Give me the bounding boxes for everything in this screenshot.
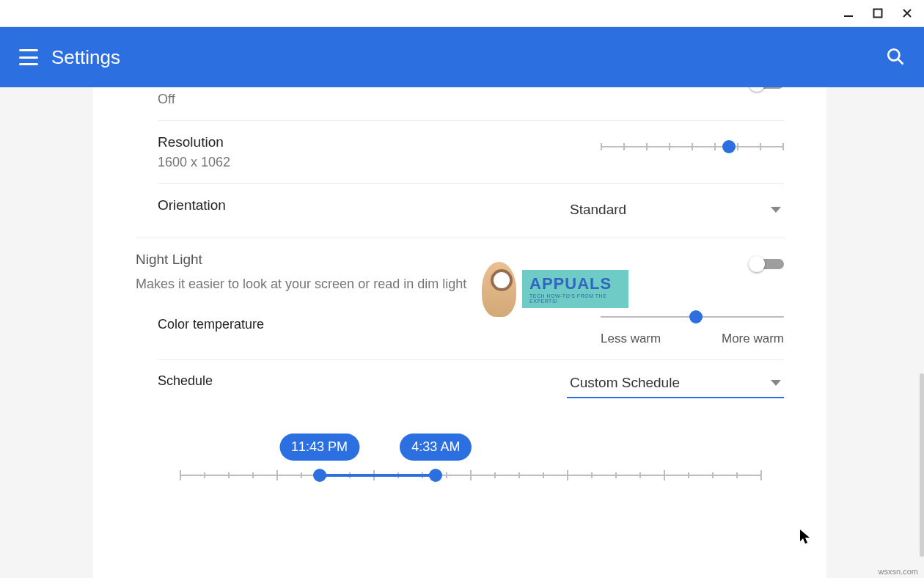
scrollbar[interactable] [920,373,924,557]
window-close-button[interactable] [901,7,914,20]
settings-panel: . Off Resolution 1600 x 1062 [93,87,826,578]
orientation-value: Standard [570,202,626,218]
night-light-description: Makes it easier to look at your screen o… [136,277,727,292]
display-unknown-toggle-row: . Off [136,87,784,120]
window-minimize-button[interactable] [842,7,855,20]
chevron-down-icon [771,380,781,386]
page-title: Settings [51,46,886,69]
night-light-title: Night Light [136,252,727,268]
orientation-dropdown[interactable]: Standard [567,200,784,224]
hidden-setting-toggle[interactable] [749,87,784,92]
svg-rect-1 [874,10,882,18]
color-temperature-row: Color temperature Less warm More warm [136,296,784,359]
menu-icon[interactable] [19,49,38,65]
schedule-label: Schedule [158,373,213,389]
color-temperature-slider[interactable] [601,310,784,324]
resolution-label: Resolution [158,134,579,150]
schedule-row: Schedule Custom Schedule [136,360,784,411]
resolution-slider[interactable] [601,139,784,154]
night-light-section: Night Light Makes it easier to look at y… [136,238,784,296]
app-header: Settings [0,27,924,87]
search-icon[interactable] [886,47,905,68]
more-warm-label: More warm [722,332,784,346]
schedule-start-handle[interactable] [313,469,326,482]
schedule-dropdown[interactable]: Custom Schedule [567,373,784,398]
resolution-row: Resolution 1600 x 1062 [136,121,784,183]
window-maximize-button[interactable] [871,7,884,20]
less-warm-label: Less warm [601,332,661,346]
schedule-start-bubble: 11:43 PM [279,434,359,461]
schedule-value: Custom Schedule [570,375,680,391]
source-site-label: wsxsn.com [879,567,918,576]
schedule-time-range[interactable]: 11:43 PM 4:33 AM [158,434,784,492]
orientation-label: Orientation [158,197,545,213]
hidden-setting-value: Off [158,92,727,107]
chevron-down-icon [771,207,781,213]
mouse-cursor-icon [799,529,811,545]
schedule-end-bubble: 4:33 AM [400,434,472,461]
svg-line-5 [898,59,903,63]
orientation-row: Orientation Standard [136,184,784,238]
window-titlebar [0,0,924,27]
color-temperature-label: Color temperature [158,317,264,332]
schedule-end-handle[interactable] [429,469,442,482]
night-light-toggle[interactable] [749,256,784,272]
resolution-value: 1600 x 1062 [158,155,579,170]
